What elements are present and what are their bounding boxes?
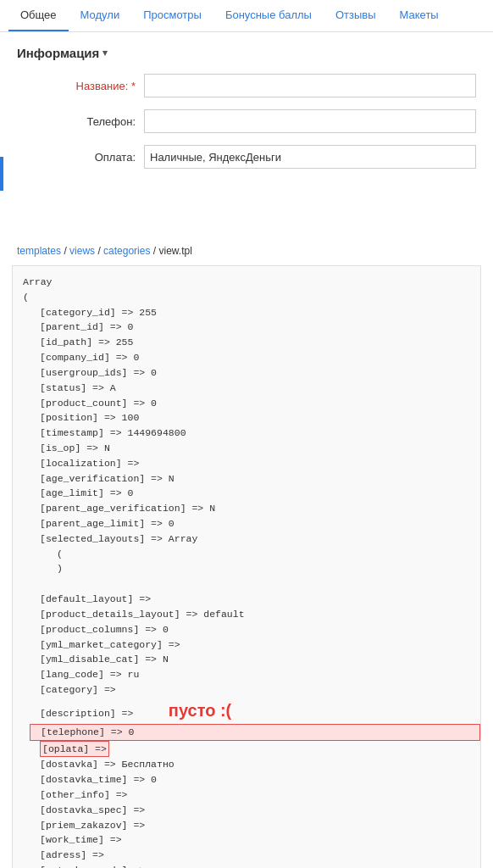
empty-message: пусто :( bbox=[169, 701, 231, 720]
code-line-33: [other_info] => bbox=[23, 787, 470, 803]
code-block: Array ( [category_id] => 255 [parent_id]… bbox=[12, 265, 481, 868]
payment-value: Наличные, ЯндексДеньги bbox=[144, 145, 476, 169]
code-line-36: [work_time] => bbox=[23, 832, 470, 848]
code-line-2: [category_id] => 255 bbox=[23, 305, 470, 320]
dropdown-arrow-icon[interactable]: ▾ bbox=[102, 47, 108, 58]
code-line-5: [company_id] => 0 bbox=[23, 350, 470, 365]
main-container: Общее Модули Просмотры Бонусные баллы От… bbox=[0, 0, 493, 868]
code-line-21: [default_layout] => bbox=[23, 592, 470, 607]
tab-general[interactable]: Общее bbox=[8, 0, 69, 31]
section-title: Информация ▾ bbox=[17, 46, 476, 60]
code-line-16: [parent_age_limit] => 0 bbox=[23, 516, 470, 531]
tab-modules[interactable]: Модули bbox=[69, 0, 132, 31]
code-line-7: [status] => A bbox=[23, 381, 470, 396]
payment-field-row: Оплата: Наличные, ЯндексДеньги bbox=[17, 145, 476, 169]
tab-reviews[interactable]: Отзывы bbox=[324, 0, 388, 31]
breadcrumb: templates / views / categories / view.tp… bbox=[0, 240, 493, 262]
code-line-38: [meta_keywords] => bbox=[23, 863, 470, 868]
code-line-32: [dostavka_time] => 0 bbox=[23, 772, 470, 787]
accent-bar bbox=[0, 157, 3, 191]
code-line-37: [adress] => bbox=[23, 848, 470, 863]
phone-label: Телефон: bbox=[68, 115, 144, 128]
breadcrumb-file: view.tpl bbox=[158, 245, 191, 257]
code-line-20 bbox=[23, 576, 470, 592]
spacer bbox=[0, 189, 493, 240]
tab-layouts[interactable]: Макеты bbox=[388, 0, 451, 31]
code-line-30: [oplata] => bbox=[23, 741, 470, 758]
code-line-6: [usergroup_ids] => 0 bbox=[23, 365, 470, 381]
code-line-4: [id_path] => 255 bbox=[23, 335, 470, 350]
code-line-18: ( bbox=[23, 547, 470, 562]
code-line-19: ) bbox=[23, 561, 470, 576]
code-line-17: [selected_layouts] => Array bbox=[23, 531, 470, 547]
code-line-29: [telephone] => 0 bbox=[23, 724, 470, 741]
phone-input[interactable] bbox=[144, 109, 476, 133]
code-line-12: [localization] => bbox=[23, 456, 470, 471]
code-line-35: [priem_zakazov] => bbox=[23, 818, 470, 833]
code-line-23: [product_columns] => 0 bbox=[23, 622, 470, 637]
code-line-1: ( bbox=[23, 290, 470, 305]
name-field-row: Название: * bbox=[17, 74, 476, 97]
code-line-15: [parent_age_verification] => N bbox=[23, 501, 470, 516]
code-line-34: [dostavka_spec] => bbox=[23, 803, 470, 818]
code-line-14: [age_limit] => 0 bbox=[23, 486, 470, 501]
tabs-bar: Общее Модули Просмотры Бонусные баллы От… bbox=[0, 0, 493, 32]
code-line-0: Array bbox=[23, 275, 470, 290]
code-line-10: [timestamp] => 1449694800 bbox=[23, 426, 470, 441]
code-line-8: [product_count] => 0 bbox=[23, 396, 470, 411]
code-line-27: [category] => bbox=[23, 682, 470, 698]
code-line-25: [yml_disable_cat] => N bbox=[23, 652, 470, 667]
name-input[interactable] bbox=[144, 74, 476, 97]
tab-views[interactable]: Просмотры bbox=[131, 0, 213, 31]
code-line-9: [position] => 100 bbox=[23, 410, 470, 426]
phone-field-row: Телефон: bbox=[17, 109, 476, 133]
code-line-11: [is_op] => N bbox=[23, 441, 470, 456]
code-line-26: [lang_code] => ru bbox=[23, 667, 470, 682]
code-line-3: [parent_id] => 0 bbox=[23, 320, 470, 335]
breadcrumb-views[interactable]: views bbox=[69, 245, 95, 257]
info-section: Информация ▾ Название: * Телефон: Оплата… bbox=[0, 32, 493, 189]
breadcrumb-templates[interactable]: templates bbox=[17, 245, 61, 257]
payment-label: Оплата: bbox=[68, 151, 144, 164]
name-label: Название: * bbox=[68, 80, 144, 92]
code-line-13: [age_verification] => N bbox=[23, 471, 470, 487]
code-line-28: [description] => пусто :( bbox=[23, 698, 470, 724]
section-title-text: Информация bbox=[17, 46, 99, 60]
code-line-31: [dostavka] => Бесплатно bbox=[23, 757, 470, 772]
code-line-24: [yml_market_category] => bbox=[23, 637, 470, 653]
tab-bonus[interactable]: Бонусные баллы bbox=[213, 0, 324, 31]
breadcrumb-categories[interactable]: categories bbox=[103, 245, 150, 257]
code-line-22: [product_details_layout] => default bbox=[23, 607, 470, 622]
